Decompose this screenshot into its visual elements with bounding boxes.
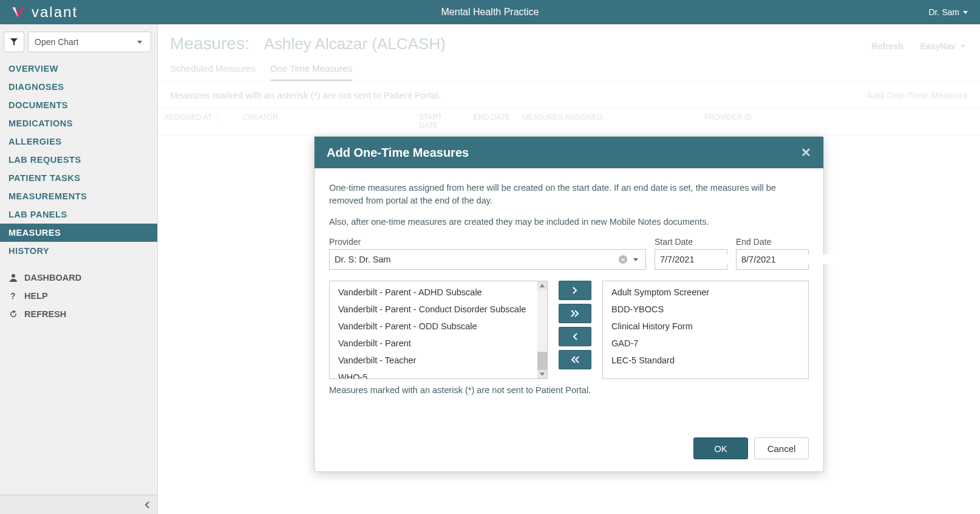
end-date-input[interactable]	[736, 249, 809, 270]
modal-header: Add One-Time Measures ✕	[315, 137, 823, 168]
cancel-button[interactable]: Cancel	[754, 437, 809, 459]
open-chart-label: Open Chart	[35, 37, 78, 47]
svg-text:?: ?	[10, 291, 16, 301]
remove-button[interactable]	[559, 327, 591, 346]
list-item[interactable]: Vanderbilt - Parent	[330, 335, 537, 352]
scrollbar[interactable]	[537, 281, 547, 379]
provider-input[interactable]	[335, 255, 619, 264]
sidebar-item-history[interactable]: HISTORY	[0, 242, 157, 260]
util-label: REFRESH	[24, 309, 66, 319]
sidebar-item-measures[interactable]: MEASURES	[0, 224, 157, 242]
main-content: Measures: Ashley Alcazar (ALCASH) Refres…	[158, 24, 980, 514]
chevron-left-icon	[144, 501, 150, 509]
clear-icon[interactable]: ✕	[619, 255, 627, 264]
chevron-left-icon	[572, 333, 578, 340]
end-date-field[interactable]	[741, 255, 856, 264]
remove-all-button[interactable]	[559, 350, 591, 369]
modal-note: Measures marked with an asterisk (*) are…	[329, 385, 809, 395]
app-header: valant Mental Health Practice Dr. Sam	[0, 0, 980, 24]
sidebar-item-measurements[interactable]: MEASUREMENTS	[0, 187, 157, 205]
list-item[interactable]: Clinical History Form	[603, 318, 808, 335]
sidebar-item-diagnoses[interactable]: DIAGNOSES	[0, 78, 157, 96]
user-name: Dr. Sam	[928, 7, 959, 17]
svg-point-0	[12, 274, 15, 278]
end-date-label: End Date	[736, 237, 809, 247]
chevron-down-icon	[963, 11, 968, 14]
sidebar: Open Chart OVERVIEWDIAGNOSESDOCUMENTSMED…	[0, 24, 158, 514]
sidebar-item-medications[interactable]: MEDICATIONS	[0, 114, 157, 132]
list-item[interactable]: Adult Symptom Screener	[603, 284, 808, 301]
chevron-down-icon[interactable]	[633, 258, 638, 261]
util-label: HELP	[24, 291, 48, 301]
selected-measures-list[interactable]: Adult Symptom ScreenerBDD-YBOCSClinical …	[602, 281, 809, 379]
sidebar-item-patient-tasks[interactable]: PATIENT TASKS	[0, 169, 157, 187]
start-date-label: Start Date	[655, 237, 727, 247]
sidebar-util-refresh[interactable]: REFRESH	[0, 305, 157, 323]
chevron-down-icon	[137, 41, 142, 44]
modal-title: Add One-Time Measures	[327, 146, 469, 160]
list-item[interactable]: BDD-YBOCS	[603, 301, 808, 318]
add-one-time-measures-modal: Add One-Time Measures ✕ One-time measure…	[314, 136, 824, 472]
list-item[interactable]: Vanderbilt - Teacher	[330, 352, 537, 369]
add-button[interactable]	[559, 281, 591, 300]
modal-text-1: One-time measures assigned from here wil…	[329, 182, 809, 207]
add-all-button[interactable]	[559, 304, 591, 323]
close-icon[interactable]: ✕	[801, 145, 811, 160]
ok-button[interactable]: OK	[693, 437, 748, 459]
sidebar-util-dashboard[interactable]: DASHBOARD	[0, 269, 157, 287]
modal-text-2: Also, after one-time measures are create…	[329, 216, 809, 228]
sidebar-util-help[interactable]: ? HELP	[0, 287, 157, 305]
start-date-input[interactable]	[655, 249, 727, 270]
filter-button[interactable]	[4, 32, 24, 52]
scroll-down-icon[interactable]	[537, 370, 547, 379]
provider-label: Provider	[329, 237, 646, 247]
provider-select[interactable]: ✕	[329, 249, 646, 270]
nav-list: OVERVIEWDIAGNOSESDOCUMENTSMEDICATIONSALL…	[0, 60, 157, 260]
question-icon: ?	[9, 291, 18, 301]
funnel-icon	[10, 38, 18, 46]
sidebar-item-allergies[interactable]: ALLERGIES	[0, 132, 157, 151]
open-chart-select[interactable]: Open Chart	[28, 32, 151, 52]
user-icon	[9, 273, 18, 283]
modal-overlay: Add One-Time Measures ✕ One-time measure…	[158, 24, 980, 514]
util-label: DASHBOARD	[24, 273, 81, 283]
practice-name: Mental Health Practice	[0, 7, 980, 18]
refresh-icon	[9, 309, 18, 319]
list-item[interactable]: Vanderbilt - Parent - ODD Subscale	[330, 318, 537, 335]
list-item[interactable]: Vanderbilt - Parent - ADHD Subscale	[330, 284, 537, 301]
sidebar-item-overview[interactable]: OVERVIEW	[0, 60, 157, 78]
chevron-right-icon	[572, 287, 578, 294]
user-menu[interactable]: Dr. Sam	[928, 7, 980, 17]
scroll-up-icon[interactable]	[537, 281, 547, 290]
list-item[interactable]: Vanderbilt - Parent - Conduct Disorder S…	[330, 301, 537, 318]
sidebar-item-documents[interactable]: DOCUMENTS	[0, 96, 157, 114]
list-item[interactable]: GAD-7	[603, 335, 808, 352]
list-item[interactable]: WHO-5	[330, 369, 537, 379]
sidebar-collapse[interactable]	[0, 495, 157, 514]
sidebar-item-lab-panels[interactable]: LAB PANELS	[0, 205, 157, 224]
double-chevron-left-icon	[571, 356, 579, 363]
list-item[interactable]: LEC-5 Standard	[603, 352, 808, 369]
available-measures-list[interactable]: Vanderbilt - Parent - ADHD SubscaleVande…	[329, 281, 548, 379]
sidebar-item-lab-requests[interactable]: LAB REQUESTS	[0, 151, 157, 169]
double-chevron-right-icon	[571, 310, 579, 317]
scrollbar-thumb[interactable]	[537, 352, 547, 370]
